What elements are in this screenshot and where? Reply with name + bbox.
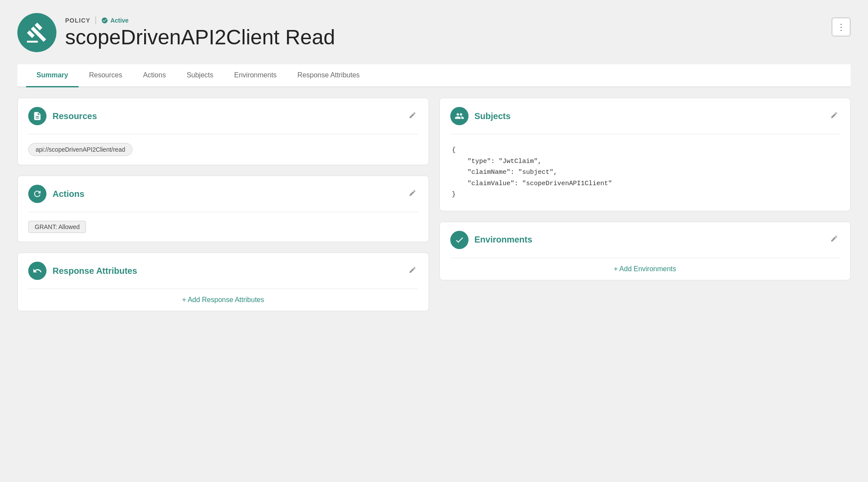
resources-card-body: api://scopeDrivenAPI2Client/read [18,134,429,165]
pencil-icon-5 [830,235,838,243]
environments-card-header: Environments [440,222,851,258]
policy-icon [17,13,56,52]
add-response-attributes-link[interactable]: + Add Response Attributes [18,289,429,311]
status-badge: Active [101,17,129,24]
actions-header-left: Actions [28,185,84,203]
more-options-button[interactable]: ⋮ [832,17,851,37]
pencil-icon [409,111,416,119]
resources-edit-button[interactable] [407,110,418,123]
environments-icon-bg [450,231,469,249]
check-circle-icon [101,17,108,24]
actions-edit-button[interactable] [407,187,418,201]
resources-card-title: Resources [53,111,97,121]
actions-icon-bg [28,185,46,203]
more-icon: ⋮ [837,22,845,32]
actions-card-body: GRANT: Allowed [18,212,429,242]
checkmark-circle-icon [455,235,464,245]
actions-card: Actions GRANT: Allowed [17,176,429,242]
header-title-area: POLICY Active scopeDrivenAPI2Client Read [65,17,335,49]
response-attributes-card: Response Attributes + Add Response Attri… [17,253,429,311]
subjects-card-header: Subjects [440,98,851,134]
environments-card: Environments + Add Environments [439,222,851,280]
subjects-json-content: { "type": "JwtClaim", "claimName": "subj… [440,134,851,211]
resources-value-pill: api://scopeDrivenAPI2Client/read [28,143,132,156]
response-attributes-card-title: Response Attributes [53,266,137,276]
main-content: Resources api://scopeDrivenAPI2Client/re… [17,98,851,311]
right-column: Subjects { "type": "JwtClaim", "claimNam… [439,98,851,311]
tab-actions[interactable]: Actions [132,64,176,87]
response-attributes-card-header: Response Attributes [18,253,429,289]
environments-header-left: Environments [450,231,532,249]
resources-header-left: Resources [28,107,97,125]
resources-card-header: Resources [18,98,429,134]
subjects-edit-button[interactable] [828,110,840,123]
resources-card: Resources api://scopeDrivenAPI2Client/re… [17,98,429,165]
response-attributes-icon-bg [28,262,46,280]
undo-icon [33,266,42,276]
environments-edit-button[interactable] [828,233,840,246]
subjects-card-title: Subjects [475,111,511,121]
response-attributes-edit-button[interactable] [407,264,418,278]
pencil-icon-3 [409,266,416,274]
actions-card-title: Actions [53,189,84,199]
pencil-icon-2 [409,189,416,197]
subjects-header-left: Subjects [450,107,511,125]
header-divider [96,17,96,24]
tab-summary[interactable]: Summary [26,64,79,87]
add-environments-link[interactable]: + Add Environments [440,258,851,280]
pencil-icon-4 [830,111,838,119]
tab-resources[interactable]: Resources [79,64,132,87]
document-icon [33,111,42,121]
page-title: scopeDrivenAPI2Client Read [65,26,335,49]
subjects-icon-bg [450,107,469,125]
tabs-bar: Summary Resources Actions Subjects Envir… [17,64,851,87]
actions-card-header: Actions [18,176,429,212]
tab-environments[interactable]: Environments [224,64,287,87]
actions-value-pill: GRANT: Allowed [28,221,86,233]
tab-subjects[interactable]: Subjects [176,64,224,87]
status-text: Active [110,17,129,24]
header-meta: POLICY Active [65,17,335,24]
environments-card-title: Environments [475,235,532,245]
tab-response-attributes[interactable]: Response Attributes [287,64,370,87]
header-left: POLICY Active scopeDrivenAPI2Client Read [17,13,335,52]
policy-label: POLICY [65,17,90,24]
page-header: POLICY Active scopeDrivenAPI2Client Read… [17,13,851,52]
resources-icon-bg [28,107,46,125]
response-attributes-header-left: Response Attributes [28,262,137,280]
people-icon [455,111,464,121]
refresh-icon [33,189,42,199]
subjects-card: Subjects { "type": "JwtClaim", "claimNam… [439,98,851,211]
gavel-icon [26,22,48,43]
left-column: Resources api://scopeDrivenAPI2Client/re… [17,98,429,311]
